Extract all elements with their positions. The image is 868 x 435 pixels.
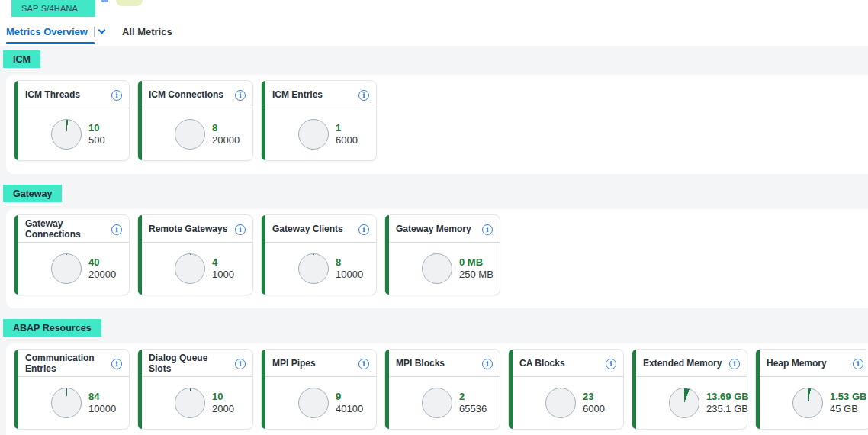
metric-section-abap-resources: ABAP Resources Communication Entries i 8… (0, 319, 868, 435)
metric-value: 2 (459, 391, 487, 403)
metric-value: 40 (88, 256, 116, 269)
metric-value: 1 (336, 122, 358, 134)
section-title-highlight: Gateway (3, 185, 62, 202)
card-body: 13.69 GB 235.1 GB (632, 377, 747, 429)
metric-card-icm-threads[interactable]: ICM Threads i 10 500 (14, 80, 130, 161)
info-icon[interactable]: i (358, 90, 369, 101)
card-row: Communication Entries i 84 10000 Dialog … (14, 349, 868, 430)
metric-card-extended-memory[interactable]: Extended Memory i 13.69 GB 235.1 GB (632, 349, 747, 430)
metric-card-mpi-blocks[interactable]: MPI Blocks i 2 65536 (384, 349, 500, 430)
metric-card-ca-blocks[interactable]: CA Blocks i 23 6000 (508, 349, 624, 430)
card-title: Communication Entries (25, 353, 108, 374)
info-icon[interactable]: i (358, 359, 369, 369)
metric-reading: 8 10000 (336, 256, 363, 281)
card-header: MPI Blocks i (385, 350, 500, 376)
active-tab-underline (6, 42, 95, 44)
info-icon[interactable]: i (111, 224, 122, 235)
card-title: MPI Blocks (396, 359, 479, 369)
metric-card-icm-entries[interactable]: ICM Entries i 1 6000 (261, 80, 377, 161)
status-stripe (138, 81, 142, 160)
info-icon[interactable]: i (235, 90, 246, 101)
card-title: ICM Connections (149, 90, 232, 101)
card-row: ICM Threads i 10 500 ICM Connections i 8… (14, 80, 868, 161)
card-header: Heap Memory i (756, 350, 868, 376)
info-icon[interactable]: i (235, 224, 246, 235)
section-panel: ICM Threads i 10 500 ICM Connections i 8… (6, 75, 868, 174)
metric-reading: 84 10000 (88, 391, 116, 415)
card-body: 9 40100 (262, 377, 376, 429)
status-stripe (756, 350, 760, 429)
card-body: 40 20000 (14, 243, 129, 295)
metric-total: 6000 (583, 403, 605, 415)
status-stripe (14, 350, 18, 429)
metric-card-gateway-connections[interactable]: Gateway Connections i 40 20000 (14, 214, 130, 295)
status-badge (116, 0, 143, 6)
card-body: 8 10000 (262, 243, 376, 295)
card-body: 84 10000 (14, 377, 129, 429)
app-header: SAP S/4HANA (0, 0, 868, 17)
card-header: Gateway Connections i (14, 215, 129, 242)
metric-card-mpi-pipes[interactable]: MPI Pipes i 9 40100 (261, 349, 377, 430)
gauge-chart (175, 119, 205, 150)
section-panel: Gateway Connections i 40 20000 Remote Ga… (6, 209, 868, 308)
card-title: Gateway Memory (396, 224, 479, 235)
gauge-chart (175, 388, 205, 418)
metric-value: 84 (88, 391, 116, 403)
metric-card-dialog-queue-slots[interactable]: Dialog Queue Slots i 10 2000 (137, 349, 253, 430)
metric-value: 10 (212, 391, 234, 403)
card-title: ICM Threads (25, 90, 108, 101)
metric-total: 20000 (88, 269, 116, 281)
card-title: Heap Memory (767, 359, 850, 369)
metric-total: 45 GB (830, 403, 866, 415)
metric-reading: 0 MB 250 MB (459, 256, 493, 281)
card-header: Gateway Memory i (385, 215, 500, 242)
card-header: Dialog Queue Slots i (138, 350, 252, 376)
card-header: Communication Entries i (14, 350, 129, 376)
metric-reading: 10 2000 (212, 391, 234, 415)
info-icon[interactable]: i (853, 359, 863, 369)
metric-total: 20000 (212, 134, 240, 147)
card-title: Remote Gateways (149, 224, 232, 235)
metric-card-remote-gateways[interactable]: Remote Gateways i 4 1000 (137, 214, 253, 295)
card-header: MPI Pipes i (262, 350, 376, 376)
card-title: Dialog Queue Slots (149, 353, 232, 374)
gauge-chart (298, 119, 329, 150)
metric-card-icm-connections[interactable]: ICM Connections i 8 20000 (137, 80, 253, 161)
info-icon[interactable]: i (111, 359, 122, 369)
metric-reading: 23 6000 (583, 391, 605, 415)
system-title: SAP S/4HANA (11, 4, 78, 13)
info-icon[interactable]: i (111, 90, 122, 101)
metric-card-communication-entries[interactable]: Communication Entries i 84 10000 (14, 349, 130, 430)
info-icon[interactable]: i (358, 224, 369, 235)
metric-total: 1000 (212, 269, 234, 281)
info-icon[interactable]: i (482, 359, 493, 369)
metric-total: 6000 (336, 134, 358, 147)
card-body: 1.53 GB 45 GB (756, 377, 868, 429)
info-icon[interactable]: i (235, 359, 246, 369)
status-stripe (262, 81, 265, 160)
chevron-down-icon[interactable] (98, 26, 106, 34)
card-header: ICM Entries i (262, 81, 376, 108)
metric-card-gateway-memory[interactable]: Gateway Memory i 0 MB 250 MB (384, 214, 500, 295)
status-stripe (14, 81, 18, 160)
metric-card-gateway-clients[interactable]: Gateway Clients i 8 10000 (261, 214, 377, 295)
metric-value: 8 (336, 256, 363, 269)
info-icon[interactable]: i (606, 359, 616, 369)
card-header: ICM Threads i (14, 81, 129, 108)
card-body: 1 6000 (262, 108, 376, 160)
metric-total: 10000 (88, 403, 116, 415)
tab-all-metrics[interactable]: All Metrics (122, 17, 172, 46)
info-icon[interactable]: i (729, 359, 740, 369)
card-header: ICM Connections i (138, 81, 252, 108)
metric-reading: 8 20000 (212, 122, 240, 147)
card-header: Extended Memory i (632, 350, 747, 376)
metric-value: 13.69 GB (706, 391, 749, 403)
card-body: 4 1000 (138, 243, 252, 295)
info-icon[interactable]: i (482, 224, 493, 235)
status-stripe (262, 350, 265, 429)
gauge-chart (175, 253, 205, 284)
metric-total: 40100 (336, 403, 363, 415)
card-title: Extended Memory (643, 359, 726, 369)
metric-value: 1.53 GB (830, 391, 866, 403)
metric-card-heap-memory[interactable]: Heap Memory i 1.53 GB 45 GB (755, 349, 868, 430)
